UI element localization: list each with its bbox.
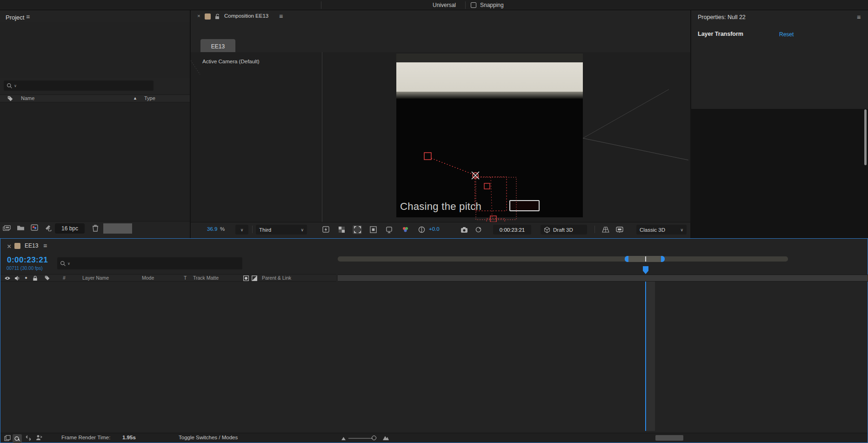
column-type[interactable]: Type [144, 95, 155, 101]
zoom-dropdown[interactable]: ∨ [235, 225, 248, 235]
playhead-handle[interactable] [642, 266, 649, 275]
lock-open-icon[interactable] [215, 13, 220, 20]
composition-panel-header: × Composition EE13 ≡ [191, 10, 690, 23]
column-t[interactable]: T [184, 275, 187, 281]
separator [594, 226, 595, 233]
project-settings-icon[interactable] [45, 224, 52, 231]
bit-depth-button[interactable]: 16 bpc [55, 223, 85, 234]
renderer-value: Classic 3D [640, 227, 665, 233]
layer-selection-overlay [191, 52, 690, 222]
mask-visibility-icon[interactable] [384, 225, 394, 234]
column-track-matte[interactable]: Track Matte [193, 275, 219, 281]
time-ruler[interactable] [338, 262, 868, 275]
lock-icon[interactable] [33, 275, 38, 281]
project-search-input[interactable]: ∨ [4, 81, 154, 91]
interpret-footage-icon[interactable] [3, 225, 11, 231]
ground-plane-icon[interactable] [601, 225, 610, 234]
project-preview-area [0, 22, 190, 78]
sort-ascending-icon[interactable]: ▲ [133, 96, 137, 101]
timeline-track-area [338, 239, 868, 443]
guide-options-icon[interactable] [368, 225, 378, 234]
timeline-tab-title[interactable]: EE13 [25, 242, 38, 249]
timeline-panel: × EE13 ≡ 0:00:23:21 00711 (30.00 fps) ∨ … [0, 238, 868, 443]
zoom-out-mountain-icon[interactable] [341, 436, 346, 440]
snapping-checkbox[interactable] [471, 2, 476, 8]
keyframe-marker[interactable] [646, 276, 653, 278]
universal-label[interactable]: Universal [433, 0, 456, 10]
timeline-zoom-slider-handle[interactable] [372, 436, 376, 440]
comp-color-swatch [205, 13, 211, 20]
properties-scrollbar[interactable] [864, 109, 867, 165]
comp-timecode[interactable]: 0:00:23:21 [493, 225, 531, 235]
solo-icon[interactable]: ● [25, 275, 27, 280]
renderer-dropdown[interactable]: Classic 3D∨ [636, 225, 687, 235]
project-menu-icon[interactable]: ≡ [26, 13, 30, 20]
show-snapshot-icon[interactable] [474, 225, 483, 234]
keyframe-marker[interactable] [461, 276, 466, 278]
project-bottom-bar: 16 bpc [0, 221, 190, 235]
close-icon[interactable]: × [197, 13, 200, 19]
exposure-value[interactable]: +0.0 [429, 226, 440, 232]
time-navigator-thumb[interactable] [625, 256, 665, 262]
timeline-zoom-slider-track[interactable] [348, 438, 373, 439]
panel-menu-icon[interactable]: ≡ [279, 13, 283, 20]
snapshot-camera-icon[interactable] [460, 225, 469, 234]
expand-layer-switches-icon[interactable] [4, 435, 11, 441]
reset-link[interactable]: Reset [779, 31, 794, 38]
exposure-icon[interactable] [417, 225, 426, 234]
label-tag-icon[interactable] [7, 96, 13, 101]
project-panel: Project ≡ ∨ Name ▲ Type 16 bpc [0, 10, 190, 238]
column-mode[interactable]: Mode [142, 275, 154, 281]
properties-transform-section: Properties: Null 22 ≡ Layer Transform Re… [691, 10, 868, 109]
timeline-menu-icon[interactable]: ≡ [43, 242, 47, 249]
navigator-start-handle[interactable] [625, 256, 628, 262]
new-folder-icon[interactable] [17, 225, 25, 231]
timeline-column-header: ● # Layer Name Mode T Track Matte Parent… [0, 274, 336, 282]
chevron-down-icon: ∨ [14, 84, 17, 88]
snapping-label[interactable]: Snapping [480, 0, 504, 10]
timeline-comp-swatch [14, 243, 20, 249]
draft-3d-button[interactable]: Draft 3D [541, 225, 587, 235]
alpha-matte-icon[interactable] [243, 275, 249, 281]
column-hash[interactable]: # [63, 275, 66, 281]
zoom-value[interactable]: 36.9 [207, 226, 217, 232]
resolution-dropdown[interactable]: Third∨ [256, 225, 307, 235]
new-composition-icon[interactable] [31, 224, 38, 231]
search-icon [60, 261, 66, 267]
trash-icon[interactable] [92, 224, 99, 232]
expand-transfer-controls-icon[interactable] [13, 434, 22, 443]
render-time-person-icon[interactable] [36, 435, 42, 441]
region-of-interest-icon[interactable] [353, 225, 362, 234]
expand-inout-columns-icon[interactable] [26, 435, 31, 441]
work-area-strip[interactable] [338, 275, 868, 282]
playhead-shade-band [647, 282, 655, 431]
label-tag-icon[interactable] [45, 275, 50, 281]
column-parent-link[interactable]: Parent & Link [262, 275, 291, 281]
composition-tab-title[interactable]: Composition EE13 [224, 13, 268, 19]
timeline-search-input[interactable]: ∨ [57, 257, 242, 269]
column-name[interactable]: Name [21, 95, 34, 101]
playhead-line [645, 282, 646, 431]
current-time-display[interactable]: 0:00:23:21 [7, 255, 48, 265]
fast-previews-icon[interactable] [321, 225, 330, 234]
column-layer-name[interactable]: Layer Name [82, 275, 109, 281]
zoom-in-mountain-icon[interactable] [383, 435, 389, 440]
properties-menu-icon[interactable]: ≡ [857, 13, 861, 21]
transparency-grid-icon[interactable] [337, 225, 346, 234]
search-icon [7, 83, 13, 89]
luma-matte-icon[interactable] [252, 275, 257, 281]
channel-rgb-icon[interactable] [401, 225, 410, 234]
toolbar-separator [465, 1, 466, 9]
audio-icon[interactable] [14, 275, 20, 281]
project-panel-title[interactable]: Project [6, 14, 24, 21]
project-thumbnail-box [103, 223, 132, 234]
time-navigator-track[interactable] [338, 256, 788, 262]
horizontal-scrollbar-thumb[interactable] [655, 435, 683, 441]
render-time-label: Frame Render Time: [61, 435, 110, 440]
renderer-icon[interactable] [615, 225, 624, 234]
frame-info: 00711 (30.00 fps) [7, 266, 43, 271]
toggle-switches-button[interactable]: Toggle Switches / Modes [179, 435, 238, 440]
composition-viewer[interactable]: Active Camera (Default) Chasing the pitc… [191, 52, 690, 222]
eye-icon[interactable] [4, 276, 11, 281]
close-icon[interactable]: × [7, 242, 11, 251]
